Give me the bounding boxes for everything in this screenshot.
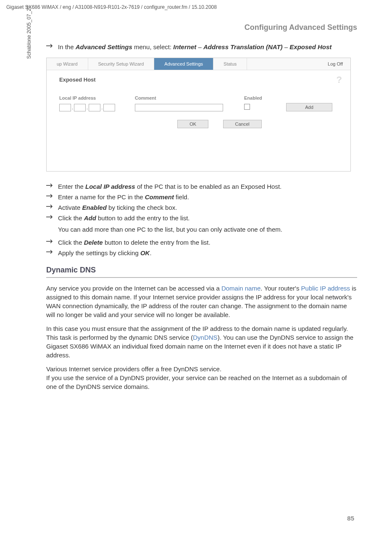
ip-octet-1[interactable] [59, 104, 71, 111]
side-label: Schablone 2005_07_27 [26, 5, 32, 59]
comment-column: Comment [135, 95, 244, 111]
ip-column: Local IP address . . . [59, 95, 135, 111]
nav-tab-advanced[interactable]: Advanced Settings [154, 58, 213, 70]
text: Click the [58, 239, 84, 246]
text: Address Translation (NAT) [203, 43, 283, 50]
enabled-checkbox[interactable] [244, 104, 250, 110]
ip-inputs: . . . [59, 104, 135, 111]
nav-tab-status[interactable]: Status [213, 58, 247, 70]
text: Click the Add button to add the entry to… [58, 214, 357, 222]
logoff-link[interactable]: Log Off [320, 58, 350, 70]
add-button[interactable]: Add [286, 103, 332, 111]
ss-nav: up Wizard Security Setup Wizard Advanced… [47, 58, 350, 70]
text: Enter a name for the PC in the Comment f… [58, 193, 357, 201]
text: Enter a name for the PC in the [58, 193, 145, 201]
intro-instruction: In the Advanced Settings menu, select: I… [46, 42, 357, 51]
ip-octet-4[interactable] [103, 104, 115, 111]
add-column: Add [286, 95, 332, 111]
text: Click the Delete button to delete the en… [58, 238, 357, 247]
dns-para-2: In this case you must ensure that the as… [46, 324, 357, 359]
dot: . [87, 105, 88, 110]
text: Apply the settings by clicking [58, 249, 140, 256]
dns-title: Dynamic DNS [46, 266, 357, 275]
text: – [196, 43, 203, 50]
bullet-4: Click the Add button to add the entry to… [46, 214, 357, 222]
ss-form-row: Local IP address . . . Comment Enabled [59, 95, 338, 111]
text: Enter the Local IP address of the PC tha… [58, 182, 357, 191]
link-public-ip[interactable]: Public IP address [301, 285, 350, 292]
link-dyndns[interactable]: DynDNS [193, 334, 217, 341]
page-content: Configuring Advanced Settings In the Adv… [46, 23, 357, 396]
text: In the [58, 43, 76, 50]
text: Click the [58, 214, 84, 222]
bullet-5: Click the Delete button to delete the en… [46, 238, 357, 247]
text: Local IP address [85, 183, 135, 190]
arrow-icon [46, 239, 55, 243]
bullet-1: Enter the Local IP address of the PC tha… [46, 182, 357, 191]
dot: . [101, 105, 103, 110]
ss-body: ? Exposed Host Local IP address . . . Co… [47, 70, 350, 171]
ss-page-title: Exposed Host [59, 77, 338, 83]
text: Apply the settings by clicking OK. [58, 248, 357, 257]
text: Activate [58, 204, 82, 211]
page-number: 85 [347, 515, 354, 522]
text: Exposed Host [289, 43, 331, 50]
enabled-label: Enabled [244, 95, 286, 100]
text: Activate Enabled by ticking the check bo… [58, 203, 357, 212]
comment-input[interactable] [135, 104, 223, 111]
text: Add [84, 214, 96, 222]
nav-tab-security[interactable]: Security Setup Wizard [88, 58, 155, 70]
text: field. [174, 193, 189, 201]
bullet-3: Activate Enabled by ticking the check bo… [46, 203, 357, 212]
section-header: Configuring Advanced Settings [46, 23, 357, 32]
bullet-2: Enter a name for the PC in the Comment f… [46, 193, 357, 201]
text: – [283, 43, 290, 50]
arrow-icon [46, 215, 55, 219]
text: button to delete the entry from the list… [103, 239, 210, 246]
ss-buttons: OK Cancel [101, 120, 338, 128]
text: Comment [145, 193, 174, 201]
text: button to add the entry to the list. [96, 214, 190, 222]
ip-label: Local IP address [59, 95, 135, 100]
text: by ticking the check box. [107, 204, 177, 211]
doc-header-path: Gigaset SX686 WiMAX / eng / A31008-N919-… [6, 4, 217, 10]
arrow-icon [46, 194, 55, 198]
arrow-icon [46, 183, 55, 188]
text: . [150, 249, 151, 256]
arrow-icon [46, 204, 55, 209]
text: menu, select: [132, 43, 174, 50]
text: Advanced Settings [76, 43, 132, 50]
bullet-4-sub: You can add more than one PC to the list… [58, 225, 357, 234]
help-icon[interactable]: ? [337, 74, 342, 85]
arrow-icon [46, 250, 55, 254]
text: OK [140, 249, 150, 256]
text: Enter the [58, 183, 85, 190]
ip-octet-3[interactable] [89, 104, 100, 111]
comment-label: Comment [135, 95, 244, 100]
text: Internet [173, 43, 196, 50]
intro-text: In the Advanced Settings menu, select: I… [58, 42, 357, 51]
text: . Your router's [260, 285, 301, 292]
arrow-icon [46, 44, 55, 48]
cancel-button[interactable]: Cancel [223, 120, 262, 128]
dns-para-1: Any service you provide on the Internet … [46, 284, 357, 319]
dns-para-3: Various Internet service providers offer… [46, 365, 357, 391]
nav-tab-wizard[interactable]: up Wizard [47, 58, 88, 70]
link-domain-name[interactable]: Domain name [221, 285, 260, 292]
enabled-column: Enabled [244, 95, 286, 110]
ok-button[interactable]: OK [177, 120, 208, 128]
bullet-6: Apply the settings by clicking OK. [46, 248, 357, 257]
ip-octet-2[interactable] [74, 104, 86, 111]
text: Any service you provide on the Internet … [46, 285, 221, 292]
text: Delete [84, 239, 103, 246]
router-screenshot: up Wizard Security Setup Wizard Advanced… [46, 58, 351, 172]
text: of the PC that is to be enabled as an Ex… [135, 183, 282, 190]
divider [46, 277, 357, 278]
dot: . [72, 105, 73, 110]
text: Enabled [82, 204, 107, 211]
